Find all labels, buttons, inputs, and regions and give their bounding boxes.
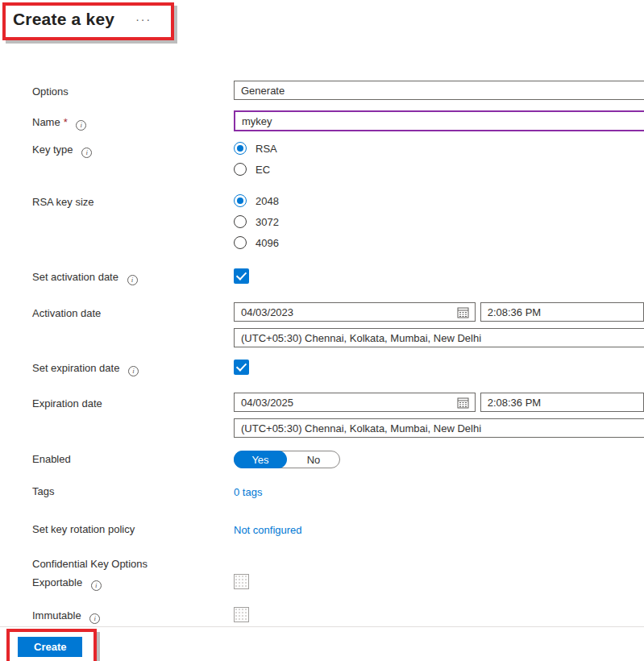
expiration-date-label: Expiration date xyxy=(0,393,234,410)
options-select[interactable]: Generate xyxy=(234,81,644,100)
immutable-row: Immutable xyxy=(0,607,644,624)
radio-4096-label: 4096 xyxy=(256,237,279,249)
enabled-toggle: Yes No xyxy=(234,451,340,468)
enabled-toggle-no[interactable]: No xyxy=(288,451,339,468)
key-type-label: Key type xyxy=(0,142,234,158)
key-size-option-3072: 3072 xyxy=(234,215,644,228)
radio-2048[interactable] xyxy=(234,194,247,207)
activation-date-row: Activation date 04/03/2023 xyxy=(0,302,644,347)
more-menu-icon[interactable]: ··· xyxy=(135,15,152,23)
expiration-date-value: 04/03/2025 xyxy=(241,397,293,409)
required-asterisk: * xyxy=(64,116,68,128)
expiration-date-row: Expiration date 04/03/2025 xyxy=(0,393,644,438)
activation-date-input[interactable]: 04/03/2023 xyxy=(234,302,476,322)
key-type-row: Key type RSA EC xyxy=(0,142,644,176)
name-value: mykey xyxy=(242,115,272,127)
name-label: Name* xyxy=(0,111,234,131)
radio-ec[interactable] xyxy=(234,163,247,176)
options-row: Options Generate xyxy=(0,81,644,100)
info-icon[interactable] xyxy=(81,148,92,158)
radio-3072-label: 3072 xyxy=(256,216,279,228)
activation-time-value: 2:08:36 PM xyxy=(488,306,542,318)
rotation-policy-row: Set key rotation policy Not configured xyxy=(0,522,644,537)
options-label: Options xyxy=(0,81,234,98)
calendar-icon[interactable] xyxy=(457,306,469,318)
activation-timezone-value: (UTC+05:30) Chennai, Kolkata, Mumbai, Ne… xyxy=(241,332,481,344)
expiration-time-value: 2:08:36 PM xyxy=(488,397,542,409)
exportable-label: Exportable xyxy=(0,574,234,591)
key-type-option-rsa: RSA xyxy=(234,142,644,155)
expiration-date-input[interactable]: 04/03/2025 xyxy=(234,393,476,412)
exportable-row: Exportable xyxy=(0,574,644,591)
create-key-form: Options Generate Name* mykey Key type RS… xyxy=(0,81,644,624)
enabled-row: Enabled Yes No xyxy=(0,451,644,468)
exportable-checkbox xyxy=(234,574,249,589)
info-icon[interactable] xyxy=(76,120,86,131)
radio-rsa[interactable] xyxy=(234,142,247,155)
set-activation-date-checkbox[interactable] xyxy=(234,268,249,284)
info-icon[interactable] xyxy=(91,580,102,591)
rotation-policy-label: Set key rotation policy xyxy=(0,522,234,536)
key-size-option-2048: 2048 xyxy=(234,194,644,207)
enabled-toggle-yes[interactable]: Yes xyxy=(234,451,287,468)
annotation-box-title: Create a key ··· xyxy=(2,2,174,40)
calendar-icon[interactable] xyxy=(457,397,469,409)
expiration-timezone-input[interactable]: (UTC+05:30) Chennai, Kolkata, Mumbai, Ne… xyxy=(234,418,644,438)
annotation-box-create: Create xyxy=(6,629,97,661)
rotation-policy-link[interactable]: Not configured xyxy=(234,524,302,536)
radio-rsa-label: RSA xyxy=(256,143,277,155)
create-button[interactable]: Create xyxy=(18,637,82,657)
options-value: Generate xyxy=(241,85,285,97)
expiration-time-input[interactable]: 2:08:36 PM xyxy=(480,393,644,412)
rsa-key-size-row: RSA key size 2048 3072 4096 xyxy=(0,194,644,249)
name-input[interactable]: mykey xyxy=(234,110,644,131)
confidential-options-header: Confidential Key Options xyxy=(0,557,322,571)
key-type-option-ec: EC xyxy=(234,163,644,176)
radio-ec-label: EC xyxy=(256,164,270,176)
set-expiration-date-row: Set expiration date xyxy=(0,360,644,376)
rsa-key-size-label: RSA key size xyxy=(0,194,234,209)
confidential-options-header-row: Confidential Key Options xyxy=(0,557,644,571)
set-expiration-date-label: Set expiration date xyxy=(0,360,234,376)
info-icon[interactable] xyxy=(89,613,100,624)
immutable-label: Immutable xyxy=(0,607,234,624)
activation-time-input[interactable]: 2:08:36 PM xyxy=(480,302,644,322)
key-size-option-4096: 4096 xyxy=(234,236,644,249)
name-row: Name* mykey xyxy=(0,111,644,131)
set-activation-date-label: Set activation date xyxy=(0,268,234,285)
activation-date-label: Activation date xyxy=(0,302,234,320)
tags-row: Tags 0 tags xyxy=(0,484,644,499)
radio-3072[interactable] xyxy=(234,215,247,228)
footer-divider xyxy=(0,626,644,627)
radio-4096[interactable] xyxy=(234,236,247,249)
set-expiration-date-checkbox[interactable] xyxy=(234,360,249,375)
info-icon[interactable] xyxy=(127,275,138,285)
tags-link[interactable]: 0 tags xyxy=(234,486,262,498)
info-icon[interactable] xyxy=(128,366,139,376)
immutable-checkbox xyxy=(234,607,249,622)
tags-label: Tags xyxy=(0,484,234,498)
activation-timezone-input[interactable]: (UTC+05:30) Chennai, Kolkata, Mumbai, Ne… xyxy=(234,328,644,347)
activation-date-value: 04/03/2023 xyxy=(241,306,293,318)
expiration-timezone-value: (UTC+05:30) Chennai, Kolkata, Mumbai, Ne… xyxy=(241,422,481,434)
set-activation-date-row: Set activation date xyxy=(0,268,644,285)
enabled-label: Enabled xyxy=(0,451,234,466)
radio-2048-label: 2048 xyxy=(256,195,279,207)
page-title: Create a key xyxy=(13,9,114,30)
